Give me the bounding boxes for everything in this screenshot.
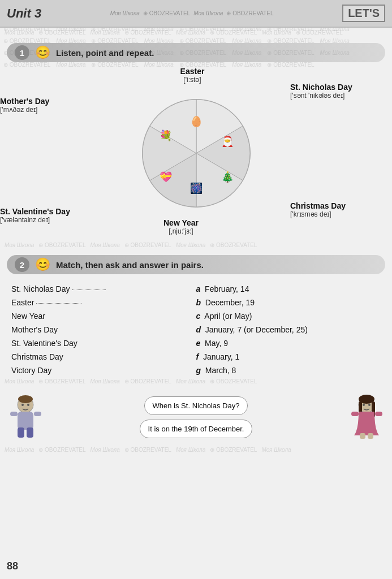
dialogue-text-2: It is on the 19th of December. (148, 425, 244, 433)
girl-svg (348, 395, 385, 440)
match-area: St. Nicholas Day Easter New Year Mother'… (0, 278, 392, 376)
list-item: b December, 19 (196, 297, 381, 308)
holiday-valentines: St. Valentine's Day ['væləntainz deɪ] (0, 207, 113, 224)
svg-text:🥚: 🥚 (190, 115, 203, 128)
svg-rect-15 (10, 412, 18, 416)
match-left-column: St. Nicholas Day Easter New Year Mother'… (11, 283, 196, 376)
svg-rect-17 (18, 427, 24, 438)
list-item: Christmas Day (11, 351, 196, 362)
section1-face-icon: 😊 (35, 45, 50, 60)
watermark-row-4: Моя Школа ⊕ OBOZREVATEL Моя Школа ⊕ OBOZ… (0, 444, 392, 455)
svg-rect-16 (34, 412, 41, 416)
boy-character (6, 395, 45, 440)
list-item: Mother's Day (11, 324, 196, 335)
holiday-newyear: New Year [ˌnju:'jɜ:] (119, 218, 243, 235)
page: Моя Школа ⊕ OBOZREVATEL Моя Школа ⊕ OBOZ… (0, 0, 392, 579)
svg-text:💐: 💐 (160, 129, 173, 142)
match-columns: St. Nicholas Day Easter New Year Mother'… (11, 283, 381, 376)
dialogues-column: When is St. Nicholas Day? It is on the 1… (51, 396, 341, 438)
watermark-row-2: Моя Школа ⊕ OBOZREVATEL Моя Школа ⊕ OBOZ… (0, 241, 392, 249)
dialogue-text-1: When is St. Nicholas Day? (153, 401, 240, 410)
svg-rect-25 (351, 412, 359, 416)
holiday-easter: Easter ['i:stə] (136, 67, 249, 84)
svg-rect-28 (368, 433, 373, 439)
watermark-row-3: Моя Школа ⊕ OBOZREVATEL Моя Школа ⊕ OBOZ… (0, 376, 392, 387)
wheel-svg: 🥚 🎅 🎄 🎆 💝 💐 (140, 97, 253, 210)
svg-text:🎄: 🎄 (221, 171, 234, 183)
holidays-circle-area: Easter ['i:stə] St. Nicholas Day ['sənt … (0, 66, 392, 241)
header: Unit 3 Моя Школа ⊕ OBOZREVATEL Моя Школа… (0, 0, 392, 28)
dialogue-area: When is St. Nicholas Day? It is on the 1… (0, 395, 392, 440)
match-right-column: a February, 14 b December, 19 c April (o… (196, 283, 381, 376)
section2-number: 2 (15, 257, 29, 272)
girl-character (347, 395, 386, 440)
speech-bubble-2: It is on the 19th of December. (140, 420, 253, 438)
list-item: d January, 7 (or December, 25) (196, 324, 381, 335)
svg-rect-12 (18, 412, 33, 430)
boy-svg (7, 395, 44, 440)
list-item: g March, 8 (196, 365, 381, 376)
section1-instruction: Listen, point and repeat. (56, 48, 154, 58)
svg-text:💝: 💝 (160, 171, 173, 183)
list-item: c April (or May) (196, 310, 381, 322)
section2-face-icon: 😊 (35, 257, 50, 272)
section1-bar: 1 😊 Listen, point and repeat. (7, 43, 385, 62)
svg-rect-18 (27, 427, 33, 438)
list-item: f January, 1 (196, 351, 381, 362)
holiday-christmas: Christmas Day ['krɪsməs deɪ] (290, 201, 392, 218)
list-item: St. Nicholas Day (11, 283, 196, 295)
svg-point-13 (21, 404, 24, 406)
svg-rect-27 (360, 433, 365, 439)
svg-point-24 (368, 404, 371, 406)
watermark-row-1: Моя Школа ⊕ OBOZREVATEL Моя Школа ⊕ OBOZ… (0, 28, 392, 37)
list-item: e May, 9 (196, 338, 381, 349)
section1-number: 1 (15, 45, 29, 60)
svg-point-23 (363, 404, 365, 406)
section2-instruction: Match, then ask and answer in pairs. (56, 260, 204, 270)
holiday-wheel: 🥚 🎅 🎄 🎆 💝 💐 (140, 97, 253, 210)
lets-badge: LET'S (342, 5, 385, 22)
list-item: Victory Day (11, 365, 196, 376)
svg-point-14 (27, 404, 29, 406)
list-item: a February, 14 (196, 283, 381, 295)
list-item: St. Valentine's Day (11, 338, 196, 349)
page-number: 88 (7, 560, 18, 572)
unit-label: Unit 3 (7, 6, 41, 21)
list-item: New Year (11, 310, 196, 322)
holiday-mothers: Mother's Day ['mʌðəz deɪ] (0, 97, 96, 114)
speech-bubble-1: When is St. Nicholas Day? (144, 396, 248, 415)
svg-point-11 (18, 395, 33, 403)
svg-text:🎆: 🎆 (190, 182, 203, 195)
section2-bar: 2 😊 Match, then ask and answer in pairs. (7, 255, 385, 274)
list-item: Easter (11, 297, 196, 308)
svg-rect-26 (375, 412, 382, 416)
holiday-nicholas: St. Nicholas Day ['sənt 'nikələs deɪ] (290, 83, 392, 100)
svg-text:🎅: 🎅 (221, 135, 234, 148)
